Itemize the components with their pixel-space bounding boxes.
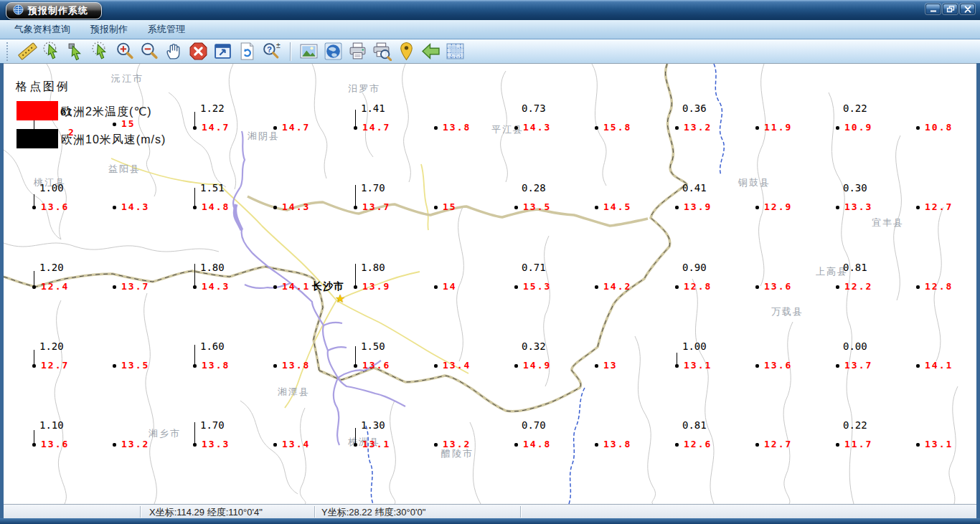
wind-barb [677,353,678,366]
back-button[interactable] [420,41,442,62]
wind-speed-value: 0.70 [522,419,546,431]
refresh-button[interactable] [237,41,258,62]
wind-speed-value: 0.81 [843,262,867,273]
map-pin-button[interactable] [396,41,418,62]
grid-point-dot [113,285,116,289]
grid-point-dot [113,364,116,368]
temperature-value: 13.4 [282,439,310,449]
status-divider [520,506,522,518]
status-x-coordinate: X坐标:114.29 经度:110°0'4" [149,506,263,519]
temperature-value: 11.9 [764,122,792,133]
grid-point-dot [434,364,438,368]
grid-point-dot [755,364,759,368]
temperature-value: 13.7 [362,201,390,212]
app-window: 预报制作系统 气象资料查询预报制作系统管理 ?± [0,0,980,524]
select-arrow-button[interactable] [66,41,88,62]
export-image-button[interactable] [298,41,320,62]
zoom-in-button[interactable] [115,41,136,62]
zoom-out-button[interactable] [139,41,161,62]
grid-point-dot [675,206,679,209]
close-button[interactable] [960,4,975,14]
pan-button[interactable] [164,41,185,62]
grid-point-dot [836,285,839,289]
status-divider [140,506,141,518]
wind-speed-value: 1.20 [39,340,64,352]
toolbar: ?± [0,39,980,65]
temperature-value: 13.2 [684,122,712,133]
place-label: 宜丰县 [872,216,904,229]
print-preview-button[interactable] [372,41,393,62]
place-label: 汨罗市 [348,82,380,95]
grid-point-dot [916,443,920,447]
temperature-value: 14.7 [362,122,390,133]
grid-point-dot [675,285,679,289]
grid-point-dot [595,126,598,130]
toolbar-drag-handle[interactable] [6,42,11,61]
grid-point-dot [434,443,438,447]
grid-point-dot [755,285,759,289]
menu-item-系统管理[interactable]: 系统管理 [138,21,195,38]
place-label: 益阳县 [108,163,141,176]
cancel-button[interactable] [188,41,209,62]
deselect-circle-button[interactable] [90,41,112,62]
temperature-value: 13.7 [121,281,149,292]
grid-select-button[interactable] [445,41,466,62]
grid-point-dot [514,126,518,130]
back-icon [421,42,441,61]
temperature-value: 13.3 [202,439,230,449]
legend-swatch [17,129,58,148]
wind-speed-value: 1.60 [200,340,225,352]
temperature-value: 10.9 [844,122,872,133]
temperature-value: 13.9 [684,201,712,212]
wind-speed-value: 1.41 [361,103,385,114]
temperature-value: 15 [443,201,457,212]
temperature-value: 13.8 [202,360,230,371]
temperature-value: 14.3 [121,201,149,212]
place-label: 湘阴县 [248,130,280,143]
wind-barb [194,422,196,444]
minimize-button[interactable] [925,4,941,14]
identify-button[interactable]: ?± [261,41,283,62]
temperature-value: 12.8 [684,281,712,292]
print-button[interactable] [347,41,369,62]
legend-item: 欧洲2米温度(℃) [11,101,166,120]
restore-button[interactable] [943,4,958,14]
status-divider [314,506,316,518]
temperature-value: 13 [603,360,618,371]
zoom-in-icon [116,42,136,61]
grid-point-dot [675,126,679,130]
measure-button[interactable] [17,41,39,62]
legend-items: 欧洲2米温度(℃)欧洲10米风速(m/s) [11,101,166,148]
app-title-tab[interactable]: 预报制作系统 [6,2,102,19]
select-circle-button[interactable] [42,41,63,62]
select-arrow-icon [67,42,87,61]
measure-icon [18,42,38,61]
menu-item-气象资料查询[interactable]: 气象资料查询 [4,21,80,38]
temperature-value: 14.1 [925,360,953,371]
grid-point-dot [916,364,920,368]
wind-speed-value: 1.50 [361,340,385,352]
temperature-value: 13.5 [523,201,551,212]
wind-speed-value: 0.73 [522,103,546,114]
wind-barb [194,112,196,128]
full-extent-button[interactable] [212,41,234,62]
app-globe-icon [13,4,24,18]
select-circle-icon [42,42,62,61]
wind-speed-value: 0.81 [682,419,707,431]
temperature-value: 14.3 [523,122,551,133]
legend-swatch [17,101,58,120]
place-label: 万载县 [771,305,804,318]
globe-tool-button[interactable] [323,41,344,62]
svg-text:±: ± [276,42,281,49]
grid-point-dot [595,206,598,209]
grid-point-dot [595,364,598,368]
grid-select-icon [446,42,466,61]
temperature-value: 12.7 [764,439,792,449]
map-canvas[interactable]: 沅江市汨罗市湘阴县平江县益阳县桃江县铜鼓县宜丰县上高县万载县长沙市湘潭县湘乡市株… [4,63,976,505]
wind-speed-value: 0.22 [843,419,867,431]
temperature-value: 13.6 [764,281,792,292]
wind-barb [355,264,357,287]
menu-item-预报制作[interactable]: 预报制作 [80,21,138,38]
temperature-value: 13.3 [844,201,872,212]
map-legend: 格点图例 欧洲2米温度(℃)欧洲10米风速(m/s) [11,80,166,157]
